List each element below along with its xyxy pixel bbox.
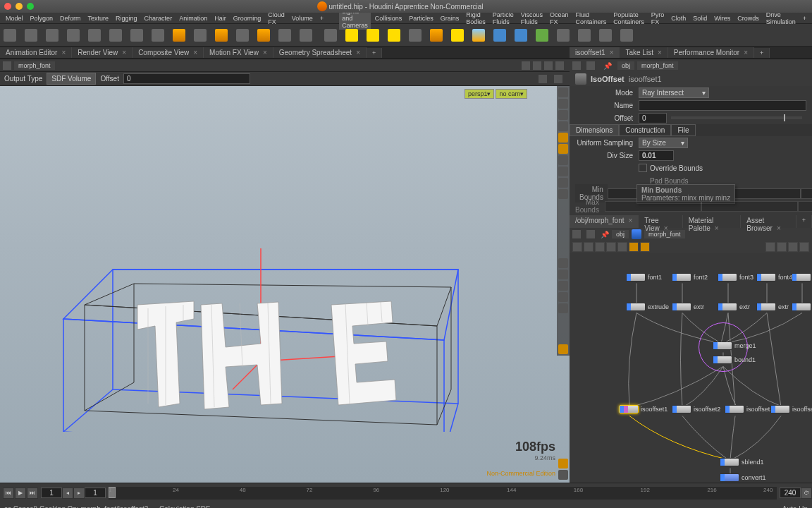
shelf-tool-stereo1[interactable]: [574, 25, 594, 45]
shelf-tab[interactable]: Cloth: [668, 14, 689, 23]
vp-tool[interactable]: [558, 292, 568, 302]
close-icon[interactable]: ×: [263, 49, 267, 56]
node-convert[interactable]: convert1: [720, 473, 766, 482]
net-tool[interactable]: [777, 242, 787, 252]
shelf-tool-ambient[interactable]: [553, 25, 573, 45]
shelf-tool-curve[interactable]: [148, 25, 168, 45]
add-tab[interactable]: +: [754, 48, 770, 58]
offset-input[interactable]: [123, 73, 250, 84]
shelf-tool-geolight[interactable]: [405, 25, 425, 45]
close-icon[interactable]: ×: [122, 49, 126, 56]
minimize-window[interactable]: [16, 3, 23, 10]
shelf-tab[interactable]: Volume: [289, 14, 316, 23]
current-frame-field[interactable]: [85, 488, 106, 498]
node-extrude2[interactable]: extr: [672, 303, 704, 311]
shelf-tab[interactable]: Grains: [438, 14, 462, 23]
zoom-window[interactable]: [27, 3, 34, 10]
param-name-field[interactable]: [639, 100, 806, 111]
camera-dropdown[interactable]: no cam▾: [496, 89, 527, 99]
tab-perfmon[interactable]: Performance Monitor×: [668, 47, 754, 58]
shelf-tool-camera[interactable]: [321, 25, 340, 45]
tab-isooffset[interactable]: isooffset1×: [570, 47, 620, 58]
net-tool[interactable]: [572, 242, 582, 252]
subtab-file[interactable]: File: [671, 124, 695, 136]
vp-tool[interactable]: [558, 144, 568, 154]
node-font3[interactable]: font3: [718, 273, 753, 282]
viewport-options-icon[interactable]: [555, 61, 564, 70]
shelf-tool-vollight[interactable]: [426, 25, 446, 45]
close-icon[interactable]: ×: [658, 49, 662, 56]
node-bound[interactable]: bound1: [713, 356, 756, 364]
path-node[interactable]: morph_font: [637, 61, 678, 70]
shelf-tool-file[interactable]: [254, 25, 273, 45]
shelf-tab[interactable]: Wires: [711, 14, 733, 23]
vp-tool[interactable]: [558, 167, 568, 176]
net-tool[interactable]: [640, 242, 650, 252]
shelf-tool-drawcurve[interactable]: [169, 25, 189, 45]
realtime-toggle[interactable]: ⏱: [801, 488, 812, 499]
close-icon[interactable]: ×: [664, 224, 668, 232]
net-tool[interactable]: [584, 242, 593, 252]
vp-tool[interactable]: [558, 344, 568, 354]
tab-takelist[interactable]: Take List×: [620, 47, 668, 58]
shelf-tab[interactable]: +: [317, 14, 326, 23]
tab-anim-editor[interactable]: Animation Editor×: [0, 47, 72, 58]
minbounds-z[interactable]: [801, 188, 812, 199]
net-tool[interactable]: [765, 242, 775, 252]
param-usamp-dropdown[interactable]: By Size: [639, 138, 688, 148]
shelf-tool-pointlight[interactable]: [342, 25, 362, 45]
prev-frame-button[interactable]: ◂: [62, 488, 73, 499]
maxbounds-y[interactable]: [701, 201, 798, 212]
add-tab[interactable]: +: [367, 48, 382, 58]
shelf-tab[interactable]: Polygon: [27, 14, 56, 23]
vp-tool[interactable]: [558, 87, 568, 97]
shelf-tool-grid[interactable]: [42, 25, 62, 45]
net-tool[interactable]: [629, 242, 639, 252]
path-obj[interactable]: obj: [617, 61, 634, 70]
node-sblend[interactable]: sblend1: [720, 458, 764, 466]
tab-render-view[interactable]: Render View×: [72, 47, 133, 58]
shelf-tool-null[interactable]: [275, 25, 295, 45]
node-isooffset4[interactable]: isooffset: [770, 405, 812, 413]
shelf-tool-tube[interactable]: [21, 25, 41, 45]
net-tool[interactable]: [606, 242, 616, 252]
node-font4[interactable]: font4: [756, 273, 792, 282]
back-icon[interactable]: [572, 61, 581, 70]
node-extrude3[interactable]: extr: [718, 303, 750, 311]
node-font5[interactable]: font5: [792, 273, 812, 282]
shelf-tool-platonic[interactable]: [127, 25, 147, 45]
shelf-tab[interactable]: Deform: [57, 14, 84, 23]
help-icon[interactable]: [554, 75, 562, 83]
shelf-tab[interactable]: Solid: [690, 14, 710, 23]
vp-tool[interactable]: [558, 121, 568, 131]
shelf-tab[interactable]: Crowds: [734, 14, 762, 23]
node-name-field[interactable]: isooffset1: [629, 75, 662, 83]
net-tool[interactable]: [788, 242, 798, 252]
override-checkbox[interactable]: [639, 164, 647, 172]
vp-tool[interactable]: [558, 258, 568, 268]
viewport-render-icon[interactable]: [533, 61, 541, 70]
time-ruler[interactable]: 1 24 48 72 96 120 144 168 192 216 240: [109, 487, 777, 500]
shelf-tool-skylight[interactable]: [511, 25, 531, 45]
viewport-snapshot-icon[interactable]: [544, 61, 553, 70]
close-icon[interactable]: ×: [629, 217, 633, 224]
shelf-tool-arealight[interactable]: [384, 25, 404, 45]
shelf-tool-portal[interactable]: [532, 25, 552, 45]
shelf-tool-caustic[interactable]: [490, 25, 510, 45]
close-icon[interactable]: ×: [715, 224, 719, 232]
vp-display-icon[interactable]: [558, 470, 568, 480]
net-tool[interactable]: [617, 242, 627, 252]
shelf-tab[interactable]: Collisions: [372, 14, 405, 23]
node-extrude4[interactable]: extr: [756, 303, 789, 311]
node-isooffset1[interactable]: isooffset1: [619, 405, 668, 413]
vp-tool[interactable]: [558, 270, 568, 279]
shelf-tab[interactable]: Model: [3, 14, 26, 23]
param-offset-slider[interactable]: [671, 116, 802, 119]
output-type-dropdown[interactable]: SDF Volume: [47, 73, 96, 85]
3d-viewport[interactable]: persp1▾ no cam▾: [0, 86, 570, 483]
shelf-tool-merge[interactable]: [296, 25, 316, 45]
node-isooffset3[interactable]: isooffset3: [725, 405, 773, 413]
param-offset-field[interactable]: [639, 113, 667, 123]
vp-tool[interactable]: [558, 189, 568, 199]
shelf-tool-envlight[interactable]: [469, 25, 488, 45]
